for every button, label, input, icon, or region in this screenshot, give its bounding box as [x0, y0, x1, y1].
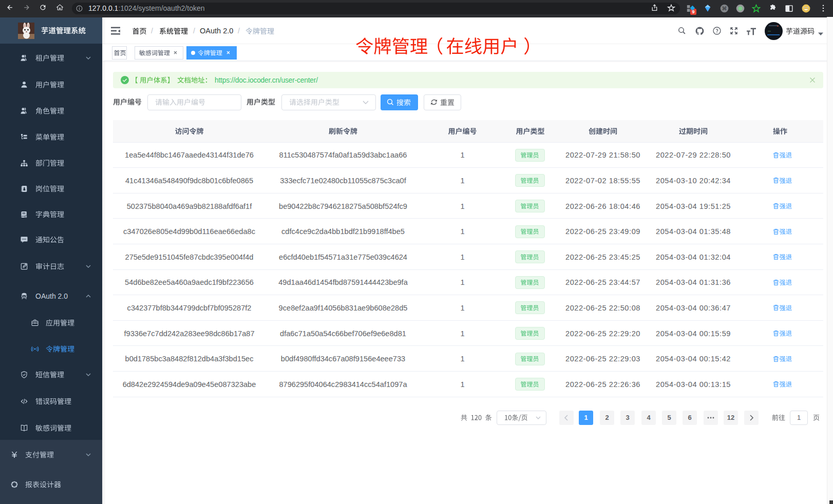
svg-text:⌘: ⌘ — [722, 6, 727, 11]
